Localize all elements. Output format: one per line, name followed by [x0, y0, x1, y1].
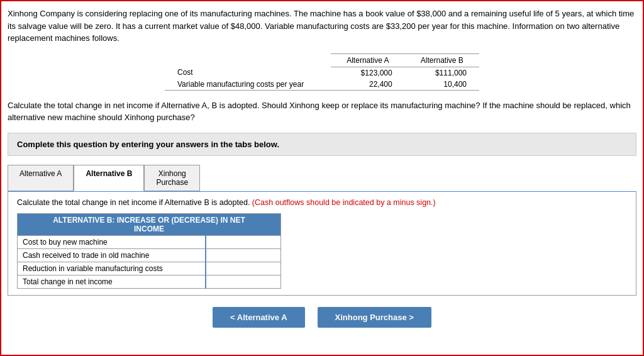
table-row: Total change in net income [18, 275, 281, 289]
alt-b-table: ALTERNATIVE B: INCREASE OR (DECREASE) IN… [17, 213, 281, 289]
cost-new-input-cell[interactable] [206, 236, 281, 249]
cost-new-input[interactable] [206, 236, 281, 248]
total-input-cell[interactable] [206, 275, 281, 289]
tab-alternative-b[interactable]: Alternative B [74, 165, 144, 192]
row-alt-a-cost: $123,000 [331, 67, 405, 79]
col-alt-b: Alternative B [405, 53, 479, 67]
question-text: Calculate the total change in net income… [8, 99, 636, 124]
col-alt-a: Alternative A [331, 53, 405, 67]
complete-box: Complete this question by entering your … [8, 133, 636, 156]
reduction-input-cell[interactable] [206, 262, 281, 275]
row-label-total: Total change in net income [18, 275, 206, 289]
row-alt-b-cost: $111,000 [405, 67, 479, 79]
row-label-cash-trade: Cash received to trade in old machine [18, 249, 206, 262]
next-button[interactable]: Xinhong Purchase > [318, 307, 431, 328]
calc-instruction: Calculate the total change in net income… [17, 198, 627, 207]
row-alt-b-var: 10,400 [405, 79, 479, 91]
tab-alternative-a[interactable]: Alternative A [8, 165, 74, 192]
cash-trade-input[interactable] [206, 249, 281, 262]
row-alt-a-var: 22,400 [331, 79, 405, 91]
table-row: Cash received to trade in old machine [18, 249, 281, 262]
intro-text: Xinhong Company is considering replacing… [8, 8, 636, 45]
prev-button[interactable]: < Alternative A [213, 307, 304, 328]
row-label-reduction: Reduction in variable manufacturing cost… [18, 262, 206, 275]
tabs-area: Alternative A Alternative B Xinhong Purc… [8, 165, 636, 296]
reduction-input[interactable] [206, 262, 281, 275]
table-row: Cost to buy new machine [18, 236, 281, 249]
row-label-cost: Cost [165, 67, 331, 79]
table-row: Reduction in variable manufacturing cost… [18, 262, 281, 275]
tab-xinhong-purchase[interactable]: Xinhong Purchase [144, 165, 200, 192]
table-row: Variable manufacturing costs per year 22… [165, 79, 479, 91]
tabs-row: Alternative A Alternative B Xinhong Purc… [8, 165, 636, 192]
row-label-cost-new: Cost to buy new machine [18, 236, 206, 249]
cash-outflow-note: (Cash outflows should be indicated by a … [252, 198, 436, 207]
nav-buttons: < Alternative A Xinhong Purchase > [8, 307, 636, 328]
row-label-var-cost: Variable manufacturing costs per year [165, 79, 331, 91]
alt-b-header: ALTERNATIVE B: INCREASE OR (DECREASE) IN… [18, 214, 281, 236]
cash-trade-input-cell[interactable] [206, 249, 281, 262]
table-row: Cost $123,000 $111,000 [165, 67, 479, 79]
total-input[interactable] [206, 275, 281, 288]
data-table: Alternative A Alternative B Cost $123,00… [165, 53, 479, 91]
tab-content: Calculate the total change in net income… [8, 191, 636, 296]
